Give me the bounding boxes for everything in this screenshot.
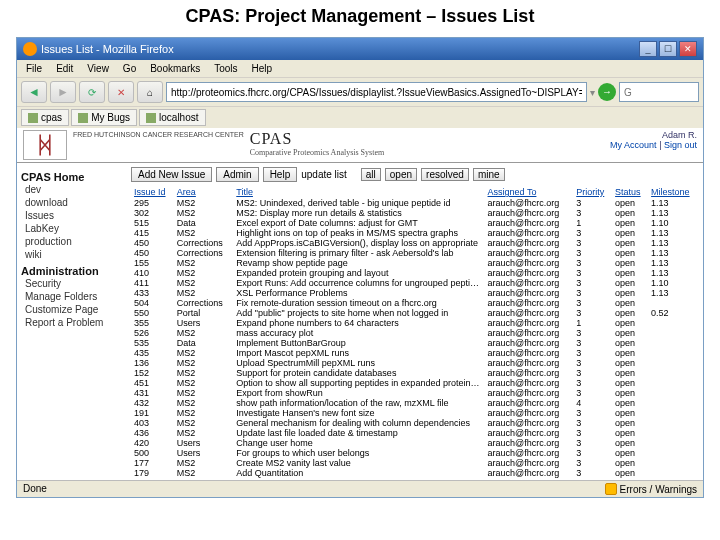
my-account-link[interactable]: My Account bbox=[610, 140, 657, 150]
table-row[interactable]: 451MS2Option to show all supporting pept… bbox=[131, 378, 699, 388]
sidebar-item[interactable]: Manage Folders bbox=[21, 290, 123, 303]
sidebar-item[interactable]: LabKey bbox=[21, 222, 123, 235]
col-priority[interactable]: Priority bbox=[573, 186, 612, 198]
table-row[interactable]: 432MS2show path information/location of … bbox=[131, 398, 699, 408]
table-row[interactable]: 179MS2Add Quantitationarauch@fhcrc.org3o… bbox=[131, 468, 699, 478]
action-row: Add New Issue Admin Help update list all… bbox=[131, 165, 699, 186]
table-row[interactable]: 411MS2Export Runs: Add occurrence column… bbox=[131, 278, 699, 288]
page-header: FRED HUTCHINSON CANCER RESEARCH CENTER C… bbox=[17, 128, 703, 163]
status-bar: Done Errors / Warnings bbox=[17, 480, 703, 497]
user-name: Adam R. bbox=[610, 130, 697, 140]
sidebar-item[interactable]: wiki bbox=[21, 248, 123, 261]
menu-file[interactable]: File bbox=[21, 62, 47, 75]
fhcrc-text: FRED HUTCHINSON CANCER RESEARCH CENTER bbox=[73, 131, 244, 139]
table-row[interactable]: 431MS2Export from showRunarauch@fhcrc.or… bbox=[131, 388, 699, 398]
window-titlebar: Issues List - Mozilla Firefox _ ☐ ✕ bbox=[17, 38, 703, 60]
table-row[interactable]: 504CorrectionsFix remote-duration sessio… bbox=[131, 298, 699, 308]
col-status[interactable]: Status bbox=[612, 186, 648, 198]
slide-title: CPAS: Project Management – Issues List bbox=[0, 0, 720, 37]
issues-table: Issue Id Area Title Assigned To Priority… bbox=[131, 186, 699, 478]
sidebar-item[interactable]: production bbox=[21, 235, 123, 248]
status-done: Done bbox=[23, 483, 47, 495]
update-list-text: update list bbox=[301, 169, 347, 180]
tab-mybugs[interactable]: My Bugs bbox=[71, 109, 137, 126]
table-row[interactable]: 500UsersFor groups to which user belongs… bbox=[131, 448, 699, 458]
col-milestone[interactable]: Milestone bbox=[648, 186, 699, 198]
sidebar-home[interactable]: CPAS Home bbox=[21, 171, 123, 183]
admin-button[interactable]: Admin bbox=[216, 167, 258, 182]
menu-view[interactable]: View bbox=[82, 62, 114, 75]
menu-help[interactable]: Help bbox=[247, 62, 278, 75]
menu-edit[interactable]: Edit bbox=[51, 62, 78, 75]
tab-icon bbox=[28, 113, 38, 123]
table-row[interactable]: 526MS2mass accuracy plotarauch@fhcrc.org… bbox=[131, 328, 699, 338]
sidebar-item[interactable]: Customize Page bbox=[21, 303, 123, 316]
sidebar: CPAS Home devdownloadIssuesLabKeyproduct… bbox=[17, 163, 127, 480]
stop-button[interactable]: ✕ bbox=[108, 81, 134, 103]
sign-out-link[interactable]: Sign out bbox=[664, 140, 697, 150]
browser-window: Issues List - Mozilla Firefox _ ☐ ✕ File… bbox=[16, 37, 704, 498]
table-row[interactable]: 136MS2Upload SpectrumMill pepXML runsara… bbox=[131, 358, 699, 368]
menu-bar: File Edit View Go Bookmarks Tools Help bbox=[17, 60, 703, 77]
firefox-icon bbox=[23, 42, 37, 56]
filter-open[interactable]: open bbox=[385, 168, 417, 181]
tab-icon bbox=[146, 113, 156, 123]
menu-go[interactable]: Go bbox=[118, 62, 141, 75]
table-row[interactable]: 435MS2Import Mascot pepXML runsarauch@fh… bbox=[131, 348, 699, 358]
col-assigned[interactable]: Assigned To bbox=[485, 186, 574, 198]
table-row[interactable]: 152MS2Support for protein candidate data… bbox=[131, 368, 699, 378]
table-row[interactable]: 191MS2Investigate Hansen's new font size… bbox=[131, 408, 699, 418]
sidebar-admin-header: Administration bbox=[21, 265, 123, 277]
tab-bar: cpas My Bugs localhost bbox=[17, 106, 703, 128]
help-button[interactable]: Help bbox=[263, 167, 298, 182]
table-row[interactable]: 420UsersChange user homearauch@fhcrc.org… bbox=[131, 438, 699, 448]
home-button[interactable]: ⌂ bbox=[137, 81, 163, 103]
sidebar-item[interactable]: Security bbox=[21, 277, 123, 290]
close-button[interactable]: ✕ bbox=[679, 41, 697, 57]
table-row[interactable]: 436MS2Update last file loaded date & tim… bbox=[131, 428, 699, 438]
sidebar-item[interactable]: dev bbox=[21, 183, 123, 196]
tab-cpas[interactable]: cpas bbox=[21, 109, 69, 126]
main-content: Add New Issue Admin Help update list all… bbox=[127, 163, 703, 480]
window-title: Issues List - Mozilla Firefox bbox=[41, 43, 174, 55]
forward-button[interactable]: ► bbox=[50, 81, 76, 103]
table-row[interactable]: 433MS2XSL Performance Problemsarauch@fhc… bbox=[131, 288, 699, 298]
table-row[interactable]: 450CorrectionsAdd AppProps.isCaBIGVersio… bbox=[131, 238, 699, 248]
table-row[interactable]: 450CorrectionsExtension filtering is pri… bbox=[131, 248, 699, 258]
go-button[interactable]: → bbox=[598, 83, 616, 101]
table-row[interactable]: 302MS2MS2: Display more run details & st… bbox=[131, 208, 699, 218]
back-button[interactable]: ◄ bbox=[21, 81, 47, 103]
menu-tools[interactable]: Tools bbox=[209, 62, 242, 75]
filter-mine[interactable]: mine bbox=[473, 168, 505, 181]
col-area[interactable]: Area bbox=[174, 186, 233, 198]
minimize-button[interactable]: _ bbox=[639, 41, 657, 57]
add-new-issue-button[interactable]: Add New Issue bbox=[131, 167, 212, 182]
url-field[interactable] bbox=[166, 82, 587, 102]
table-row[interactable]: 410MS2Expanded protein grouping and layo… bbox=[131, 268, 699, 278]
menu-bookmarks[interactable]: Bookmarks bbox=[145, 62, 205, 75]
fhcrc-logo bbox=[23, 130, 67, 160]
col-title[interactable]: Title bbox=[233, 186, 484, 198]
table-row[interactable]: 355UsersExpand phone numbers to 64 chara… bbox=[131, 318, 699, 328]
tab-localhost[interactable]: localhost bbox=[139, 109, 205, 126]
filter-all[interactable]: all bbox=[361, 168, 381, 181]
filter-resolved[interactable]: resolved bbox=[421, 168, 469, 181]
table-row[interactable]: 155MS2Revamp show peptide pagearauch@fhc… bbox=[131, 258, 699, 268]
table-row[interactable]: 415MS2Highlight ions on top of peaks in … bbox=[131, 228, 699, 238]
sidebar-item[interactable]: Issues bbox=[21, 209, 123, 222]
table-row[interactable]: 295MS2MS2: Unindexed, derived table - bi… bbox=[131, 198, 699, 208]
sidebar-item[interactable]: download bbox=[21, 196, 123, 209]
table-row[interactable]: 535DataImplement ButtonBarGrouparauch@fh… bbox=[131, 338, 699, 348]
reload-button[interactable]: ⟳ bbox=[79, 81, 105, 103]
table-row[interactable]: 515DataExcel export of Date columns: adj… bbox=[131, 218, 699, 228]
nav-toolbar: ◄ ► ⟳ ✕ ⌂ ▾ → bbox=[17, 77, 703, 106]
table-row[interactable]: 177MS2Create MS2 vanity last valuearauch… bbox=[131, 458, 699, 468]
col-id[interactable]: Issue Id bbox=[131, 186, 174, 198]
sidebar-item[interactable]: Report a Problem bbox=[21, 316, 123, 329]
table-row[interactable]: 403MS2General mechanism for dealing with… bbox=[131, 418, 699, 428]
table-row[interactable]: 550PortalAdd "public" projects to site h… bbox=[131, 308, 699, 318]
dropdown-icon[interactable]: ▾ bbox=[590, 87, 595, 98]
maximize-button[interactable]: ☐ bbox=[659, 41, 677, 57]
search-field[interactable] bbox=[619, 82, 699, 102]
status-warnings[interactable]: Errors / Warnings bbox=[605, 483, 697, 495]
